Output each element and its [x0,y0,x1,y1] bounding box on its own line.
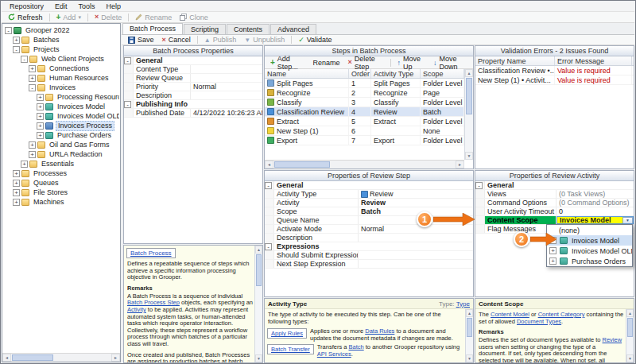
section-expressions[interactable]: -Expressions [265,242,473,251]
expander-icon[interactable]: + [13,189,20,196]
move-down-button[interactable]: ↓Move Down [429,57,473,68]
property-value[interactable]: Review [359,199,473,207]
tree-item-processes[interactable]: +Processes [3,168,119,178]
menu-edit[interactable]: Edit [49,2,73,11]
tree-item-machines[interactable]: +Machines [3,197,119,207]
column-header-scope[interactable]: Scope [421,69,464,78]
tree-item-purchase-orders[interactable]: +Purchase Orders [3,130,119,140]
step-row-extract[interactable]: Extract5ExtractFolder Level 1 [265,117,473,126]
scroll-down-icon[interactable]: ▼ [626,354,634,362]
section-general[interactable]: -General [475,181,634,190]
property-value[interactable]: (0 Task Views) [556,190,634,198]
expander-icon[interactable]: - [29,84,36,91]
dropdown-item-none[interactable]: (none) [547,225,632,235]
menu-repository[interactable]: Repository [4,2,49,11]
refresh-button[interactable]: Refresh [4,12,47,22]
tree-item-essentials[interactable]: +Essentials [3,159,119,168]
tree-item-invoices-model[interactable]: +Invoices Model [3,102,119,111]
tree-item-invoices-model-old[interactable]: +Invoices Model OLD [3,111,119,121]
clone-button[interactable]: Clone [176,12,212,22]
tab-scripting[interactable]: Scripting [184,24,226,34]
property-row-priority[interactable]: PriorityNormal [124,83,262,91]
property-value[interactable] [359,260,473,268]
scroll-left-icon[interactable]: ◄ [2,354,11,362]
scrollbar-thumb[interactable] [627,318,633,337]
dropdown-item-invoices-model-old[interactable]: +Invoices Model OLD [547,246,632,256]
expander-icon[interactable]: + [37,122,44,130]
column-header-property-name[interactable]: Property Name [475,56,555,65]
help-vertical-scrollbar[interactable]: ▲ ▼ [626,309,634,362]
menu-help[interactable]: Help [101,2,127,11]
expander-icon[interactable]: + [549,258,556,265]
expander-icon[interactable]: + [37,132,44,139]
property-row-command-options[interactable]: Command Options(0 Command Options) [475,199,634,207]
tree-item-oil-and-gas-forms[interactable]: +Oil and Gas Forms [3,140,119,149]
scroll-up-icon[interactable]: ▲ [255,246,262,254]
tree-item-invoices-process[interactable]: +Invoices Process [3,121,119,130]
expander-icon[interactable]: + [29,65,36,72]
property-value[interactable]: Normal [359,225,473,233]
tree-horizontal-scrollbar[interactable]: ◄ ► [2,353,120,362]
scrollbar-track[interactable] [11,354,111,362]
expander-icon[interactable]: + [29,75,36,82]
property-value[interactable]: (0 Command Options) [556,199,634,207]
tab-advanced[interactable]: Advanced [270,24,316,34]
property-row-activity-type[interactable]: Activity TypeReview [265,190,473,199]
property-value[interactable]: Review [359,190,473,198]
property-row-should-submit[interactable]: Should Submit Expression [265,251,473,260]
tree-item-human-resources[interactable]: +Human Resources [3,73,119,83]
scrollbar-thumb[interactable] [274,161,330,168]
type-link[interactable]: Type [456,300,470,308]
expander-icon[interactable]: + [29,141,36,149]
expander-icon[interactable]: + [37,94,44,101]
property-row-activity[interactable]: ActivityReview [265,199,473,207]
tree-item-invoices[interactable]: -Invoices [3,83,119,92]
property-row-content-type[interactable]: Content Type [124,65,262,74]
expander-icon[interactable]: + [29,151,36,158]
add-button[interactable]: + Add ▾ [52,12,85,22]
scroll-right-icon[interactable]: ► [111,354,120,362]
scroll-up-icon[interactable]: ▲ [465,69,473,77]
dropdown-item-purchase-orders[interactable]: +Purchase Orders [547,256,632,266]
collapse-icon[interactable]: - [265,182,272,189]
expander-icon[interactable]: - [5,27,12,34]
property-row-user-activity-timeout[interactable]: User Activity Timeout0 [475,207,634,216]
menu-tools[interactable]: Tools [73,2,101,11]
property-value[interactable] [359,234,473,242]
validate-button[interactable]: ✓ Validate [294,35,335,45]
cancel-button[interactable]: × Cancel [158,35,195,45]
expander-icon[interactable]: + [549,247,556,254]
expander-icon[interactable]: + [13,199,20,206]
batch-process-link[interactable]: Batch Process [130,250,172,257]
collapse-icon[interactable]: - [265,243,272,250]
tree-item-connections[interactable]: +Connections [3,64,119,73]
publish-button[interactable]: ▲ Publish [200,35,240,45]
delete-button[interactable]: × Delete [91,12,126,22]
tab-contents[interactable]: Contents [227,24,270,34]
rename-step-button[interactable]: Rename [309,57,344,68]
property-row-views[interactable]: Views(0 Task Views) [475,190,634,199]
property-row-description[interactable]: Description [265,234,473,242]
move-up-button[interactable]: ↑Move Up [394,57,430,68]
content-scope-dropdown-button[interactable]: ▼ [622,217,633,224]
expander-icon[interactable]: - [13,46,20,53]
scroll-left-icon[interactable]: ◄ [265,161,273,168]
api-services-link[interactable]: API Services [317,350,351,358]
scroll-up-icon[interactable]: ▲ [466,309,473,317]
property-value[interactable] [359,251,473,259]
review-link[interactable]: Review [603,336,622,343]
property-value[interactable] [191,65,262,73]
step-row-new-step-1[interactable]: New Step (1)6None [265,126,473,136]
delete-step-button[interactable]: ×Delete Step [344,57,388,68]
collapse-icon[interactable]: - [124,101,131,108]
dropdown-item-invoices-model[interactable]: +Invoices Model [547,235,632,246]
step-row-classify[interactable]: Classify3ClassifyFolder Level 1 [265,98,473,107]
expander-icon[interactable]: + [37,113,44,120]
section-general[interactable]: -General [265,181,473,190]
help-vertical-scrollbar[interactable]: ▲ ▼ [254,246,262,362]
step-row-recognize[interactable]: Recognize2RecognizePage [265,88,473,98]
column-header-error-message[interactable]: Error Message [555,56,632,65]
property-value[interactable]: Normal [191,83,262,91]
expander-icon[interactable]: + [21,161,28,168]
step-row-split-pages[interactable]: Split Pages1Split PagesFolder Level 1 [265,79,473,88]
